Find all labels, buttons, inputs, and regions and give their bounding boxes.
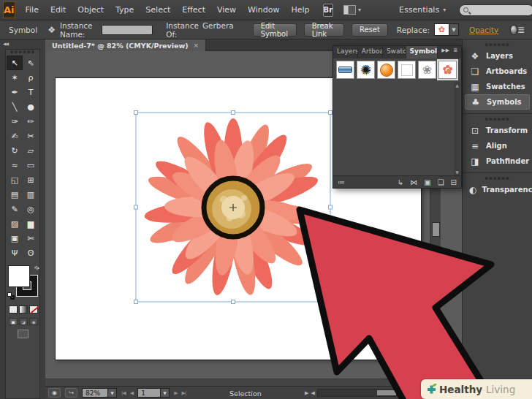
gradient-button[interactable] bbox=[19, 305, 28, 314]
scroll-up-icon[interactable]: ▲ bbox=[455, 83, 459, 88]
menu-window[interactable]: Window bbox=[242, 3, 285, 17]
tool-shape-builder[interactable]: ◱ bbox=[7, 172, 23, 187]
tool-width[interactable]: ≈ bbox=[7, 158, 23, 172]
symbol-options-icon[interactable]: ▣ bbox=[424, 178, 430, 186]
first-page-button[interactable]: |◀ bbox=[121, 390, 126, 396]
tool-scale[interactable]: ▱ bbox=[23, 143, 39, 158]
status-icon-b[interactable]: ↪ bbox=[65, 388, 77, 398]
last-page-button[interactable]: ▶| bbox=[182, 390, 186, 396]
dock-item-layers[interactable]: ❖ Layers bbox=[465, 48, 530, 64]
tool-pencil[interactable]: ✏ bbox=[23, 114, 39, 129]
tool-mesh[interactable]: ▤ bbox=[7, 187, 23, 202]
panel-grip[interactable]: ▪▪▪▪▪▪ bbox=[483, 176, 512, 180]
tool-direct-selection[interactable]: ⇖ bbox=[23, 56, 39, 70]
draw-inside-button[interactable]: ◉ bbox=[29, 318, 38, 325]
scrollbar-thumb[interactable] bbox=[377, 390, 396, 395]
horizontal-scrollbar-track[interactable] bbox=[45, 379, 462, 386]
symbol-ink-splat[interactable]: ✺ bbox=[357, 61, 375, 79]
panel-grip[interactable]: ▪▪▪▪▪▪ bbox=[483, 117, 512, 121]
draw-behind-button[interactable]: ◪ bbox=[19, 318, 28, 325]
instance-name-input[interactable] bbox=[102, 25, 153, 35]
menu-select[interactable]: Select bbox=[140, 3, 176, 17]
dock-item-align[interactable]: ≡ Align bbox=[465, 138, 530, 153]
panel-expand-icon[interactable]: ▶▶ bbox=[441, 48, 449, 58]
close-tab-icon[interactable]: × bbox=[194, 42, 200, 49]
search-input[interactable] bbox=[471, 6, 530, 15]
tool-type[interactable]: T bbox=[23, 85, 39, 99]
tool-free-transform[interactable]: ▭ bbox=[23, 158, 39, 172]
dock-item-swatches[interactable]: ▦ Swatches bbox=[465, 79, 530, 94]
next-page-button[interactable]: ▶ bbox=[174, 390, 177, 396]
color-button[interactable] bbox=[9, 305, 18, 314]
symbol-blue-banner[interactable] bbox=[336, 61, 354, 79]
tool-scissors[interactable]: ✂ bbox=[23, 129, 39, 143]
replace-swatch-dropdown[interactable]: ✿ ▼ bbox=[434, 23, 459, 36]
collapse-toolbar-icon[interactable]: ◀◀ bbox=[3, 41, 8, 46]
tool-gradient[interactable]: ▥ bbox=[23, 187, 39, 202]
symbol-gerbera[interactable]: ✿ bbox=[438, 61, 457, 79]
prev-page-button[interactable]: ◀ bbox=[130, 390, 133, 396]
tool-hand[interactable]: Ψ bbox=[7, 246, 23, 260]
menu-type[interactable]: Type bbox=[110, 3, 140, 17]
symbol-mono-flower[interactable]: ❀ bbox=[418, 61, 436, 79]
tool-zoom[interactable]: ʘ bbox=[23, 246, 39, 260]
screen-mode-button[interactable] bbox=[18, 330, 28, 338]
arrange-documents-button[interactable]: ▾ bbox=[343, 5, 361, 15]
tool-eyedropper[interactable]: ✎ bbox=[7, 202, 23, 216]
tab-layers[interactable]: Layers bbox=[333, 46, 358, 58]
dock-item-pathfinder[interactable]: ◨ Pathfinder bbox=[465, 153, 530, 169]
tool-rotate[interactable]: ↻ bbox=[7, 143, 23, 158]
tool-magic-wand[interactable]: ✶ bbox=[7, 70, 23, 85]
menu-object[interactable]: Object bbox=[72, 3, 110, 17]
symbol-orange-orb[interactable] bbox=[377, 61, 395, 79]
symbol-blank[interactable] bbox=[398, 61, 416, 79]
tool-slice[interactable]: ✄ bbox=[23, 231, 39, 246]
page-number-input[interactable]: 1 bbox=[137, 388, 161, 398]
panel-grip[interactable]: ▪▪▪▪▪▪ bbox=[6, 50, 39, 54]
panel-grip[interactable]: ▪▪▪▪▪▪ bbox=[483, 42, 512, 47]
recolor-artwork-icon[interactable] bbox=[510, 25, 517, 35]
tab-swatches[interactable]: Swatc bbox=[383, 46, 406, 58]
delete-symbol-icon[interactable]: ⊟ bbox=[451, 178, 457, 186]
tool-symbol-sprayer[interactable]: ▨ bbox=[7, 216, 23, 231]
dock-item-transform[interactable]: ⊡ Transform bbox=[465, 123, 530, 138]
tool-artboard[interactable]: ▣ bbox=[7, 231, 23, 246]
document-tab[interactable]: Untitled-7* @ 82% (CMYK/Preview) × bbox=[45, 39, 206, 51]
tab-artboards[interactable]: Artboa bbox=[358, 46, 383, 58]
scroll-right-icon[interactable]: ▶ bbox=[305, 390, 308, 396]
scroll-down-icon[interactable]: ▼ bbox=[455, 170, 459, 175]
default-fill-stroke-icon[interactable] bbox=[7, 292, 15, 300]
symbols-scrollbar[interactable]: ▲ ▼ bbox=[454, 82, 460, 175]
new-symbol-icon[interactable]: ❏ bbox=[438, 178, 444, 186]
tool-blob-brush[interactable]: ✍ bbox=[7, 129, 23, 143]
tool-lasso[interactable]: ρ bbox=[23, 70, 39, 85]
scroll-left-icon[interactable]: ◀ bbox=[311, 390, 314, 396]
tool-paintbrush[interactable]: ✑ bbox=[7, 114, 23, 129]
menu-file[interactable]: File bbox=[20, 3, 45, 17]
edit-symbol-button[interactable]: Edit Symbol bbox=[253, 23, 297, 37]
menu-edit[interactable]: Edit bbox=[45, 3, 72, 17]
chevron-down-icon[interactable]: ▼ bbox=[161, 388, 170, 398]
tool-ellipse[interactable]: ● bbox=[23, 99, 39, 114]
zoom-level-select[interactable]: 82% bbox=[82, 388, 108, 398]
dock-item-symbols[interactable]: ♣ Symbols bbox=[465, 94, 530, 110]
dock-item-transparency[interactable]: ◐ Transparency bbox=[465, 182, 530, 197]
workspace-switcher[interactable]: Essentials ▾ bbox=[399, 5, 446, 15]
search-box[interactable] bbox=[459, 4, 532, 16]
control-panel-menu-icon[interactable]: ≣ bbox=[517, 25, 525, 35]
swap-fill-stroke-icon[interactable]: ⇄ bbox=[33, 264, 41, 272]
status-icon-a[interactable]: ◉ bbox=[48, 388, 61, 398]
menu-view[interactable]: View bbox=[211, 3, 242, 17]
none-button[interactable] bbox=[29, 305, 38, 314]
tool-column-graph[interactable]: ▆ bbox=[23, 216, 39, 231]
menu-effect[interactable]: Effect bbox=[176, 3, 211, 17]
menu-help[interactable]: Help bbox=[285, 3, 315, 17]
break-link-icon[interactable]: ⋈ bbox=[410, 178, 417, 186]
tool-line-segment[interactable]: ╲ bbox=[7, 99, 23, 114]
panel-menu-icon[interactable]: ≣ bbox=[453, 48, 457, 58]
fill-swatch[interactable] bbox=[9, 266, 29, 286]
dock-item-artboards[interactable]: ❏ Artboards bbox=[465, 64, 530, 79]
reset-button[interactable]: Reset bbox=[352, 23, 388, 37]
bridge-button[interactable]: Br bbox=[323, 4, 334, 17]
tool-pen[interactable]: ✒ bbox=[7, 85, 23, 99]
